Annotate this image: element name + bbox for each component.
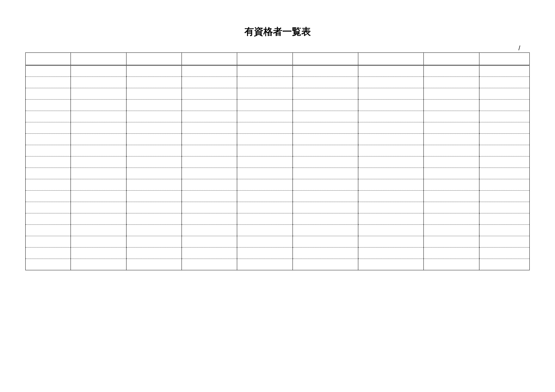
table-cell — [424, 88, 479, 100]
table-cell — [126, 65, 182, 77]
table-cell — [424, 145, 479, 156]
table-cell — [479, 122, 529, 134]
table-cell — [424, 156, 479, 168]
table-cell — [71, 248, 126, 259]
table-cell — [293, 202, 358, 213]
table-cell — [126, 259, 182, 270]
table-cell — [479, 88, 529, 100]
table-cell — [479, 202, 529, 213]
table-cell — [182, 77, 237, 88]
table-cell — [424, 225, 479, 236]
table-cell — [26, 248, 71, 259]
table-cell — [237, 65, 293, 77]
table-cell — [237, 145, 293, 156]
table-cell — [237, 134, 293, 145]
document-page: 有資格者一覧表 / — [0, 0, 555, 270]
table-cell — [424, 111, 479, 122]
table-cell — [424, 191, 479, 202]
table-cell — [293, 156, 358, 168]
table-cell — [293, 259, 358, 270]
table-header-cell — [182, 53, 237, 65]
table-cell — [293, 65, 358, 77]
table-cell — [26, 145, 71, 156]
table-cell — [293, 236, 358, 248]
table-cell — [71, 191, 126, 202]
table-cell — [26, 122, 71, 134]
table-header-cell — [237, 53, 293, 65]
table-row — [26, 213, 530, 225]
table-cell — [479, 77, 529, 88]
table-cell — [182, 88, 237, 100]
table-cell — [479, 191, 529, 202]
table-row — [26, 77, 530, 88]
table-cell — [126, 111, 182, 122]
table-cell — [71, 122, 126, 134]
table-cell — [424, 168, 479, 179]
table-cell — [182, 236, 237, 248]
table-cell — [71, 77, 126, 88]
table-cell — [358, 65, 423, 77]
table-cell — [182, 122, 237, 134]
table-cell — [26, 77, 71, 88]
table-cell — [126, 156, 182, 168]
table-header-cell — [293, 53, 358, 65]
table-cell — [358, 134, 423, 145]
table-cell — [26, 259, 71, 270]
table-cell — [126, 225, 182, 236]
table-cell — [26, 202, 71, 213]
table-cell — [293, 134, 358, 145]
table-cell — [71, 236, 126, 248]
table-header-cell — [424, 53, 479, 65]
table-cell — [26, 88, 71, 100]
table-cell — [479, 156, 529, 168]
table-row — [26, 248, 530, 259]
table-cell — [182, 179, 237, 191]
table-cell — [424, 213, 479, 225]
table-cell — [237, 122, 293, 134]
table-cell — [237, 168, 293, 179]
page-number: / — [25, 45, 530, 52]
table-cell — [293, 179, 358, 191]
table-cell — [479, 111, 529, 122]
table-cell — [479, 236, 529, 248]
table-cell — [479, 100, 529, 111]
table-cell — [26, 65, 71, 77]
table-cell — [26, 156, 71, 168]
table-cell — [26, 100, 71, 111]
table-cell — [358, 259, 423, 270]
table-cell — [424, 259, 479, 270]
table-cell — [71, 225, 126, 236]
table-cell — [26, 111, 71, 122]
table-cell — [182, 156, 237, 168]
table-cell — [182, 134, 237, 145]
table-cell — [237, 77, 293, 88]
table-cell — [358, 145, 423, 156]
table-cell — [237, 88, 293, 100]
table-row — [26, 202, 530, 213]
table-cell — [237, 248, 293, 259]
table-cell — [182, 111, 237, 122]
table-cell — [182, 259, 237, 270]
table-row — [26, 225, 530, 236]
table-cell — [26, 213, 71, 225]
table-cell — [237, 156, 293, 168]
table-cell — [126, 179, 182, 191]
table-cell — [71, 65, 126, 77]
table-cell — [126, 191, 182, 202]
table-cell — [26, 225, 71, 236]
table-cell — [182, 145, 237, 156]
table-cell — [479, 179, 529, 191]
table-cell — [358, 191, 423, 202]
table-cell — [479, 259, 529, 270]
table-cell — [237, 225, 293, 236]
table-row — [26, 168, 530, 179]
table-cell — [182, 213, 237, 225]
table-row — [26, 134, 530, 145]
table-header-cell — [126, 53, 182, 65]
table-cell — [71, 100, 126, 111]
table-cell — [479, 145, 529, 156]
table-cell — [237, 213, 293, 225]
table-cell — [71, 168, 126, 179]
table-cell — [293, 100, 358, 111]
table-cell — [358, 236, 423, 248]
